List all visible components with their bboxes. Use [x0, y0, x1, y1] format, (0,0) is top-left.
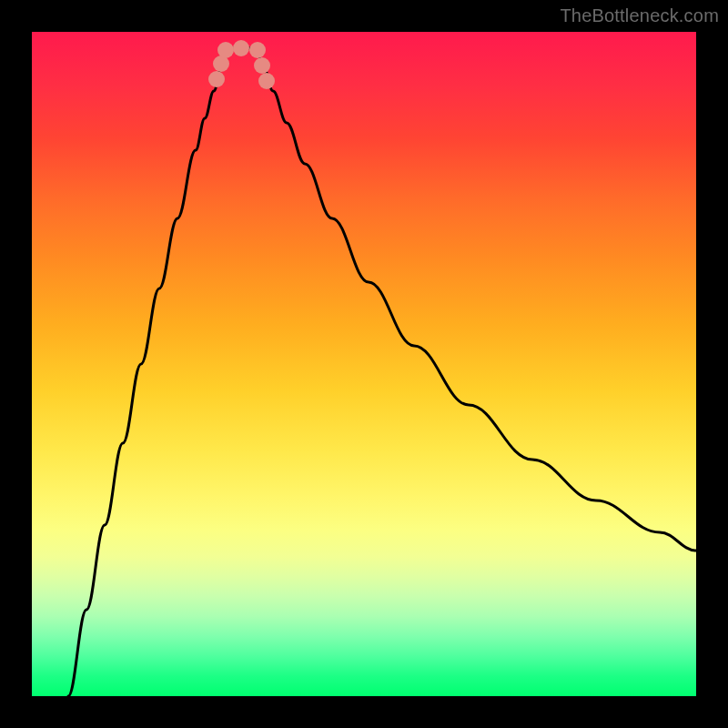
plot-area: [32, 32, 696, 696]
floor-marker: [233, 40, 249, 56]
watermark-text: TheBottleneck.com: [560, 5, 719, 26]
floor-marker: [258, 73, 275, 89]
series-left-branch: [68, 55, 226, 696]
curve-layer: [32, 32, 696, 696]
series-right-branch: [258, 55, 696, 551]
chart-frame: TheBottleneck.com: [0, 0, 728, 728]
floor-marker: [254, 57, 270, 74]
floor-marker: [249, 42, 266, 58]
floor-marker: [217, 42, 234, 58]
floor-marker: [208, 71, 225, 87]
